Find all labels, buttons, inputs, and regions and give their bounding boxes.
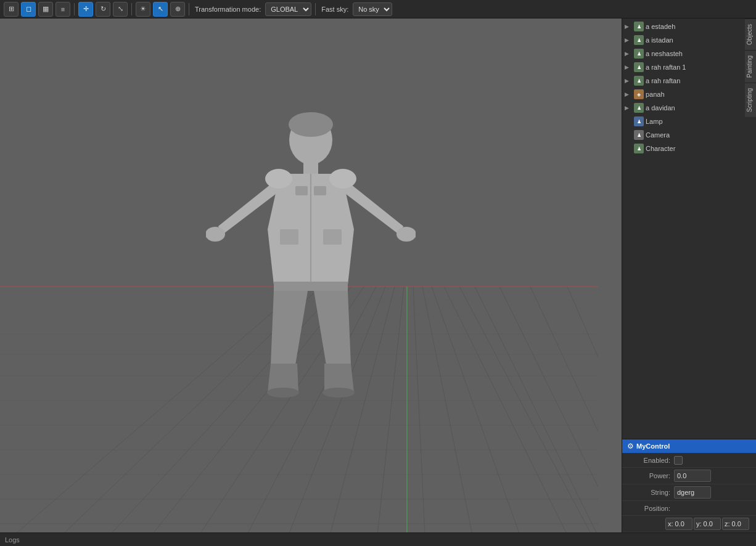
svg-point-41 [396, 227, 416, 242]
svg-rect-40 [323, 229, 342, 245]
expand-arrow: ▶ [625, 51, 632, 57]
fast-sky-label: Fast sky: [321, 6, 348, 13]
sep4 [315, 3, 316, 15]
painting-tab[interactable]: Painting [745, 50, 756, 83]
object-list-item-lamp[interactable]: ♟Lamp [622, 115, 756, 128]
expand-arrow: ▶ [625, 91, 632, 97]
right-panel: ▶♟a estadeh▶♟a istadan▶♟a neshasteh▶♟a r… [622, 18, 756, 532]
svg-rect-43 [274, 282, 348, 291]
selected-item-header[interactable]: ⚙ MyControl [622, 439, 756, 453]
object-icon: ♟ [634, 76, 644, 86]
pos-y-field[interactable]: y: 0.0 [694, 518, 721, 530]
sun-tool-btn[interactable]: ☀ [136, 2, 150, 17]
scripting-tab[interactable]: Scripting [745, 83, 756, 117]
object-name: a rah raftan 1 [646, 63, 686, 71]
enabled-checkbox[interactable] [674, 456, 683, 465]
svg-rect-39 [280, 229, 298, 245]
object-mode-btn[interactable]: ◻ [21, 2, 36, 17]
side-tabs-container: Objects Painting Scripting [745, 18, 756, 117]
fast-sky-dropdown[interactable]: No sky [353, 2, 392, 16]
object-list-item-a-rah-raftan-1[interactable]: ▶♟a rah raftan 1 [622, 60, 756, 74]
chart-btn[interactable]: ≡ [55, 2, 70, 17]
object-list-item-a-neshasteh[interactable]: ▶♟a neshasteh [622, 47, 756, 60]
cursor-tool-btn[interactable]: ↖ [153, 2, 168, 17]
main-area: ▶♟a estadeh▶♟a istadan▶♟a neshasteh▶♟a r… [0, 18, 756, 532]
object-icon: ◈ [634, 89, 644, 99]
object-list-item-a-istadan[interactable]: ▶♟a istadan [622, 33, 756, 47]
object-list-item-a-rah-raftan[interactable]: ▶♟a rah raftan [622, 74, 756, 88]
pos-x-field[interactable]: x: 0.0 [665, 518, 692, 530]
svg-rect-38 [314, 186, 326, 195]
selected-item-name: MyControl [636, 442, 670, 450]
object-name: Character [646, 145, 675, 152]
object-icon: ♟ [634, 49, 644, 59]
object-list-item-a-estadeh[interactable]: ▶♟a estadeh [622, 20, 756, 33]
object-name: Camera [646, 131, 670, 139]
object-icon: ♟ [634, 62, 644, 72]
object-list-item-camera[interactable]: ♟Camera [622, 128, 756, 142]
svg-point-34 [289, 112, 333, 137]
svg-rect-35 [303, 161, 318, 174]
transform-mode-label: Transformation mode: [195, 6, 261, 13]
string-label: String: [627, 489, 670, 496]
svg-point-44 [267, 388, 299, 397]
object-icon: ♟ [634, 130, 644, 140]
position-label: Position: [627, 505, 670, 512]
string-value[interactable]: dgerg [674, 486, 711, 499]
object-name: Lamp [646, 118, 663, 125]
object-icon: ♟ [634, 22, 644, 31]
object-name: a rah raftan [646, 77, 680, 84]
object-icon: ♟ [634, 116, 644, 126]
enabled-label: Enabled: [627, 457, 670, 464]
power-value[interactable]: 0.0 [674, 470, 711, 482]
svg-rect-37 [295, 186, 308, 195]
pos-z-field[interactable]: z: 0.0 [722, 518, 749, 530]
svg-point-42 [206, 227, 225, 242]
object-list-item-panah[interactable]: ▶◈panah [622, 88, 756, 101]
object-list-item-character[interactable]: ♟Character [622, 142, 756, 155]
svg-point-47 [329, 169, 356, 189]
expand-arrow: ▶ [625, 78, 632, 84]
object-name: panah [646, 91, 665, 98]
properties-panel: ⚙ MyControl Enabled: Power: 0.0 String: … [622, 439, 756, 532]
statusbar: Logs [0, 532, 756, 546]
sep2 [131, 3, 132, 15]
object-icon: ♟ [634, 35, 644, 45]
layout-icon-btn[interactable]: ⊞ [4, 2, 18, 17]
expand-arrow: ▶ [625, 23, 632, 30]
objects-tab[interactable]: Objects [745, 18, 756, 50]
object-icon: ♟ [634, 103, 644, 113]
gear-icon: ⚙ [627, 442, 634, 450]
expand-arrow: ▶ [625, 105, 632, 111]
transform-mode-dropdown[interactable]: GLOBAL [265, 2, 311, 16]
render-mode-btn[interactable]: ▦ [38, 2, 53, 17]
object-name: a estadeh [646, 23, 675, 30]
object-icon: ♟ [634, 144, 644, 153]
snap-tool-btn[interactable]: ⊕ [170, 2, 185, 17]
power-row: Power: 0.0 [622, 468, 756, 484]
svg-point-46 [265, 169, 292, 189]
position-values-row: x: 0.0 y: 0.0 z: 0.0 [622, 516, 756, 532]
toolbar: ⊞ ◻ ▦ ≡ ✛ ↻ ⤡ ☀ ↖ ⊕ Transformation mode:… [0, 0, 756, 18]
power-label: Power: [627, 472, 670, 479]
character-figure [206, 106, 416, 414]
expand-arrow: ▶ [625, 64, 632, 70]
rotate-tool-btn[interactable]: ↻ [96, 2, 110, 17]
enabled-row: Enabled: [622, 453, 756, 468]
logs-label: Logs [5, 536, 20, 544]
viewport[interactable] [0, 18, 622, 532]
object-list: ▶♟a estadeh▶♟a istadan▶♟a neshasteh▶♟a r… [622, 18, 756, 439]
string-row: String: dgerg [622, 484, 756, 501]
move-tool-btn[interactable]: ✛ [78, 2, 93, 17]
expand-arrow: ▶ [625, 37, 632, 43]
svg-point-45 [323, 388, 355, 397]
sep3 [189, 3, 189, 15]
object-name: a neshasteh [646, 50, 683, 57]
sep1 [74, 3, 75, 15]
object-name: a davidan [646, 104, 675, 112]
object-name: a istadan [646, 36, 673, 44]
object-list-item-a-davidan[interactable]: ▶♟a davidan [622, 101, 756, 115]
scale-tool-btn[interactable]: ⤡ [113, 2, 128, 17]
position-label-row: Position: [622, 501, 756, 516]
